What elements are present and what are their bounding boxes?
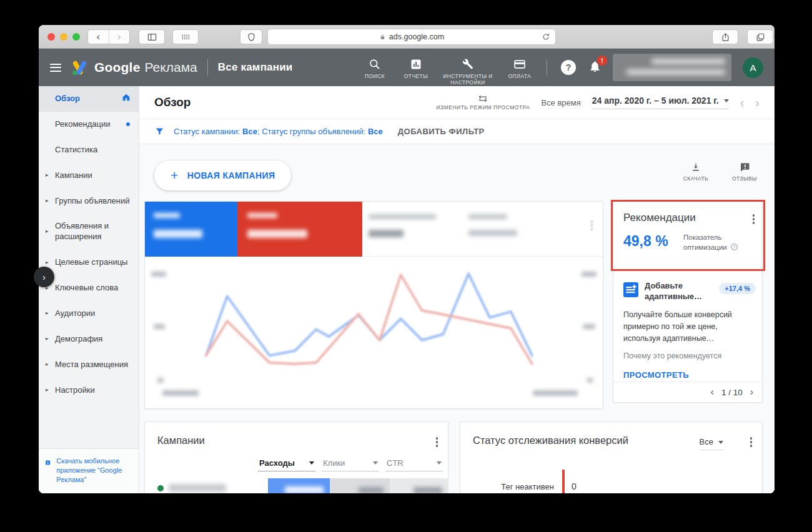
metric-tile-cost[interactable]: [237, 202, 362, 257]
privacy-shield-button[interactable]: [240, 29, 262, 44]
conversion-card-menu[interactable]: [748, 435, 755, 450]
download-mobile-app-link[interactable]: Скачать мобильное приложение "Google Рек…: [39, 448, 139, 493]
zoom-window-button[interactable]: [72, 33, 80, 41]
sidebar-item-recommendations[interactable]: Рекомендации: [39, 112, 139, 137]
filter-funnel-icon: [154, 126, 165, 137]
sidebar-collapse-handle[interactable]: ›: [34, 267, 54, 287]
nav-billing-label: ОПЛАТА: [508, 73, 531, 80]
conversion-bar: [562, 470, 565, 493]
blurred-metric-label: [369, 214, 436, 219]
reload-icon: [541, 32, 551, 42]
nav-reports[interactable]: ОТЧЕТЫ: [398, 49, 434, 86]
conversion-filter-value: Все: [700, 437, 713, 446]
sidebar-item-placements[interactable]: ▸ Места размещения: [39, 352, 139, 378]
optimization-score-value: 49,8 %: [623, 233, 668, 250]
sidebar-item-settings[interactable]: ▸ Настройки: [39, 378, 139, 403]
reload-button[interactable]: [541, 32, 551, 44]
nav-tools[interactable]: ИНСТРУМЕНТЫ И НАСТРОЙКИ: [439, 49, 497, 86]
sidebar-item-ad-groups[interactable]: ▸ Группы объявлений: [39, 189, 139, 214]
feedback-label: ОТЗЫВЫ: [732, 175, 757, 182]
expand-arrow-icon: ▸: [46, 259, 49, 267]
metric-select-ctr[interactable]: CTR: [385, 458, 443, 471]
page-title: Обзор: [154, 96, 191, 109]
address-bar[interactable]: ads.google.com: [267, 29, 556, 45]
grid-icon: [181, 32, 191, 42]
nav-search[interactable]: ПОИСК: [357, 49, 393, 86]
nav-reports-label: ОТЧЕТЫ: [404, 73, 428, 80]
overview-content: + НОВАЯ КАМПАНИЯ СКАЧАТЬ ОТЗЫВЫ: [139, 144, 775, 493]
forward-button[interactable]: ›: [109, 30, 130, 44]
chevron-down-icon: [718, 441, 723, 446]
sidebar-item-statistics[interactable]: Статистика: [39, 137, 139, 163]
sidebar-item-demographics[interactable]: ▸ Демография: [39, 327, 139, 352]
google-ads-logo: [71, 59, 88, 76]
brand-product: Реклама: [145, 60, 197, 75]
back-button[interactable]: ‹: [88, 30, 109, 44]
sidebar-item-overview[interactable]: Обзор: [39, 86, 139, 112]
chevron-down-icon: [309, 461, 314, 467]
filter-summary[interactable]: Статус кампании: Все; Статус группы объя…: [174, 127, 383, 136]
sidebar-toggle-button[interactable]: [139, 29, 165, 44]
blurred-metric-value: [247, 230, 307, 238]
sidebar-panel-icon: [147, 32, 157, 42]
date-next-button[interactable]: ›: [755, 96, 760, 109]
avatar[interactable]: A: [743, 57, 763, 78]
change-view-mode-button[interactable]: ИЗМЕНИТЬ РЕЖИМ ПРОСМОТРА: [436, 94, 530, 111]
campaign-table-row[interactable]: [145, 478, 448, 493]
pagination-prev-button[interactable]: ‹: [711, 387, 714, 397]
metric-select-cost[interactable]: Расходы: [258, 458, 315, 471]
chevron-down-icon: [373, 461, 378, 467]
sidebar-item-label: Кампании: [55, 170, 92, 180]
blurred-metric-value: [369, 230, 404, 237]
sidebar-item-landing-pages[interactable]: ▸ Целевые страницы: [39, 250, 139, 275]
download-icon: [690, 162, 701, 173]
filter-value1: Все: [242, 127, 257, 136]
feedback-button[interactable]: ОТЗЫВЫ: [732, 162, 757, 182]
metric-select-clicks[interactable]: Клики: [322, 458, 379, 471]
campaigns-menu[interactable]: [433, 435, 441, 450]
add-filter-button[interactable]: ДОБАВИТЬ ФИЛЬТР: [398, 127, 485, 136]
pagination-next-button[interactable]: ›: [750, 387, 753, 397]
sidebar-item-campaigns[interactable]: ▸ Кампании: [39, 163, 139, 189]
recommendations-card: Рекомендации 49,8 % Показатель оптимизац…: [613, 201, 763, 403]
recommendations-menu[interactable]: [750, 212, 758, 227]
download-button[interactable]: СКАЧАТЬ: [683, 162, 708, 182]
sidebar: Обзор Рекомендации Статистика ▸ Кампании…: [39, 86, 139, 493]
y-axis-tick-blurred: [587, 378, 593, 383]
blurred-metric-value: [154, 230, 202, 238]
sidebar-item-audiences[interactable]: ▸ Аудитории: [39, 301, 139, 327]
recommendation-item-title[interactable]: Добавьте адаптивные…: [645, 281, 710, 302]
account-line-2: [626, 69, 725, 75]
new-campaign-button[interactable]: + НОВАЯ КАМПАНИЯ: [154, 160, 291, 190]
share-button[interactable]: [712, 29, 738, 44]
date-range-value: 24 апр. 2020 г. – 5 июл. 2021 г.: [592, 96, 719, 106]
new-tab-button[interactable]: +: [768, 29, 775, 44]
sidebar-item-ads-extensions[interactable]: ▸ Объявления и расширения: [39, 214, 139, 250]
view-recommendation-link[interactable]: ПРОСМОТРЕТЬ: [623, 370, 689, 380]
account-info-blurred[interactable]: [613, 54, 731, 81]
sidebar-item-label: Объявления и расширения: [55, 221, 109, 241]
plus-icon: +: [171, 168, 179, 183]
chart-card-menu[interactable]: [588, 218, 596, 233]
nav-search-label: ПОИСК: [365, 73, 385, 80]
notifications-button[interactable]: !: [588, 60, 602, 76]
ctr-cell: [390, 478, 448, 493]
header-divider-2: [547, 59, 547, 76]
date-range-picker[interactable]: 24 апр. 2020 г. – 5 июл. 2021 г.: [592, 96, 729, 109]
nav-billing[interactable]: ОПЛАТА: [502, 49, 538, 86]
new-campaign-label: НОВАЯ КАМПАНИЯ: [187, 170, 275, 180]
help-circle-icon[interactable]: ?: [730, 243, 738, 251]
help-button[interactable]: ?: [561, 60, 576, 75]
conversion-filter-select[interactable]: Все: [700, 437, 723, 450]
minimize-window-button[interactable]: [60, 33, 67, 41]
close-window-button[interactable]: [47, 33, 55, 41]
tab-overview-grid-button[interactable]: [172, 29, 199, 44]
metric-select-label: Расходы: [259, 458, 295, 468]
expand-arrow-icon: ▸: [46, 197, 49, 205]
y-axis-tick-blurred: [157, 378, 164, 383]
why-recommended-link[interactable]: Почему это рекомендуется: [623, 352, 721, 360]
metric-tiles: [145, 202, 603, 257]
metric-tile-clicks[interactable]: [145, 202, 237, 257]
date-prev-button[interactable]: ‹: [740, 96, 745, 109]
hamburger-menu-icon[interactable]: [50, 64, 61, 72]
